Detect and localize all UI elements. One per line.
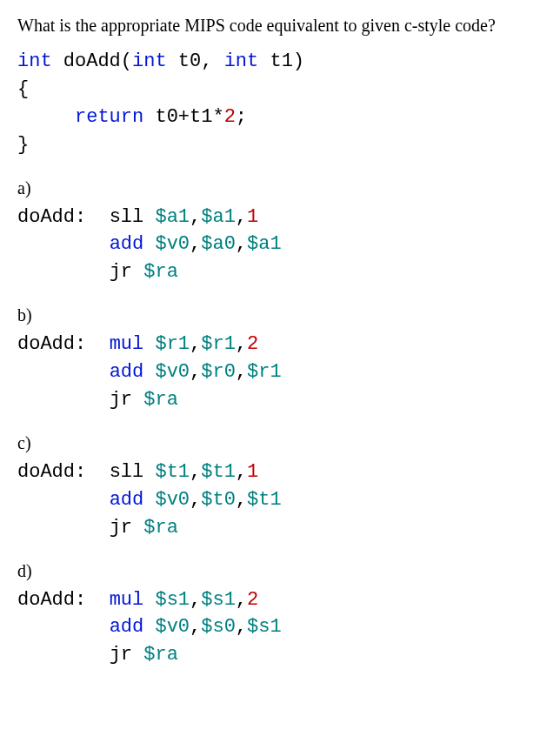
reg: $r1 <box>155 333 190 355</box>
comma: , <box>236 361 247 383</box>
reg: $ra <box>143 517 178 539</box>
kw-int: int <box>224 50 259 72</box>
num: 2 <box>247 333 258 355</box>
reg: $a1 <box>201 206 236 228</box>
reg: $v0 <box>155 361 190 383</box>
comma: , <box>190 233 201 255</box>
rbrace: } <box>17 134 29 156</box>
comma: , <box>236 489 247 511</box>
comma: , <box>190 361 201 383</box>
reg: $s1 <box>247 616 282 638</box>
ret-expr: t0+t1* <box>143 106 223 128</box>
reg: $t1 <box>155 461 190 483</box>
reg: $t0 <box>201 489 236 511</box>
semi: ; <box>236 106 247 128</box>
op-jr: jr <box>110 644 144 666</box>
option-a-label: a) <box>17 178 543 198</box>
reg: $r1 <box>201 333 236 355</box>
op-jr: jr <box>110 517 144 539</box>
reg: $v0 <box>155 233 190 255</box>
option-c-code: doAdd: sll $t1,$t1,1 add $v0,$t0,$t1 jr … <box>17 459 543 542</box>
reg: $s1 <box>155 589 190 611</box>
op-add: add <box>110 616 156 638</box>
doadd-label: doAdd: <box>17 589 86 611</box>
lbrace: { <box>17 78 29 100</box>
comma: , <box>236 589 247 611</box>
option-d-label: d) <box>17 561 543 581</box>
option-d-code: doAdd: mul $s1,$s1,2 add $v0,$s0,$s1 jr … <box>17 586 543 670</box>
op-sll: sll <box>110 461 156 483</box>
reg: $r0 <box>201 361 236 383</box>
op-add: add <box>110 233 156 255</box>
reg: $a1 <box>247 233 282 255</box>
comma: , <box>236 206 247 228</box>
c-code-block: int doAdd(int t0, int t1) { return t0+t1… <box>17 48 543 159</box>
kw-int: int <box>132 50 167 72</box>
reg: $ra <box>143 389 178 411</box>
question-text: What is the appropriate MIPS code equiva… <box>17 16 543 36</box>
param1: t0, <box>167 50 224 72</box>
op-add: add <box>110 361 156 383</box>
num: 2 <box>247 589 258 611</box>
option-b-label: b) <box>17 305 543 325</box>
reg: $s1 <box>201 589 236 611</box>
comma: , <box>190 489 201 511</box>
reg: $a1 <box>155 206 190 228</box>
num: 1 <box>247 461 258 483</box>
option-c-label: c) <box>17 433 543 453</box>
fn-name: doAdd( <box>52 50 132 72</box>
op-jr: jr <box>110 261 144 283</box>
doadd-label: doAdd: <box>17 461 86 483</box>
option-a-code: doAdd: sll $a1,$a1,1 add $v0,$a0,$a1 jr … <box>17 204 543 287</box>
comma: , <box>190 461 201 483</box>
reg: $s0 <box>201 616 236 638</box>
kw-return: return <box>75 106 143 128</box>
op-mul: mul <box>110 589 156 611</box>
reg: $v0 <box>155 489 190 511</box>
comma: , <box>236 233 247 255</box>
comma: , <box>236 333 247 355</box>
num: 1 <box>247 206 258 228</box>
num-literal: 2 <box>224 106 236 128</box>
comma: , <box>236 461 247 483</box>
op-add: add <box>110 489 156 511</box>
reg: $ra <box>143 644 178 666</box>
reg: $t1 <box>201 461 236 483</box>
comma: , <box>190 589 201 611</box>
comma: , <box>190 616 201 638</box>
comma: , <box>190 206 201 228</box>
reg: $t1 <box>247 489 282 511</box>
doadd-label: doAdd: <box>17 333 86 355</box>
comma: , <box>190 333 201 355</box>
reg: $a0 <box>201 233 236 255</box>
reg: $ra <box>143 261 178 283</box>
param2: t1) <box>258 50 304 72</box>
op-sll: sll <box>110 206 156 228</box>
op-mul: mul <box>110 333 156 355</box>
kw-int: int <box>17 50 52 72</box>
reg: $r1 <box>247 361 282 383</box>
doadd-label: doAdd: <box>17 206 86 228</box>
option-b-code: doAdd: mul $r1,$r1,2 add $v0,$r0,$r1 jr … <box>17 331 543 414</box>
op-jr: jr <box>110 389 144 411</box>
comma: , <box>236 616 247 638</box>
reg: $v0 <box>155 616 190 638</box>
